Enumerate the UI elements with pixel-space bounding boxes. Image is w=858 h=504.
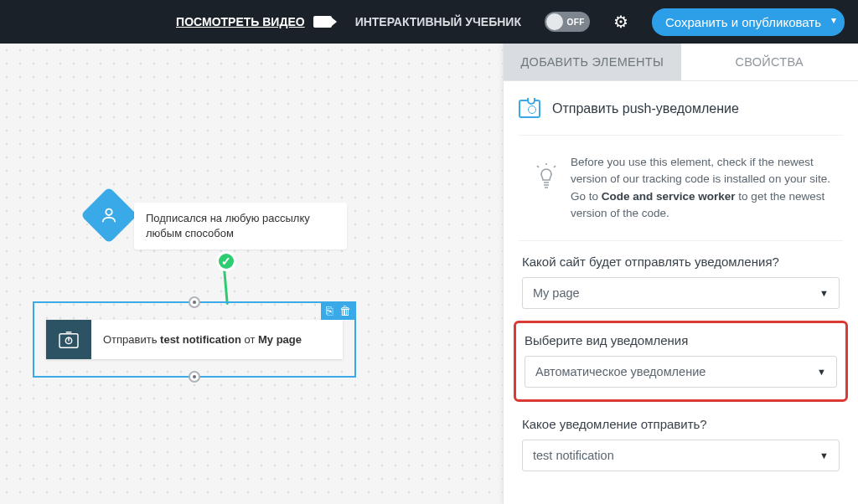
trigger-diamond-icon[interactable] [80, 187, 137, 244]
site-select[interactable]: My page ▼ [522, 277, 840, 309]
info-block: Before you use this element, check if th… [519, 136, 843, 241]
duplicate-icon[interactable]: ⎘ [326, 304, 333, 317]
panel-body: Отправить push-уведомление Before you us… [504, 81, 858, 486]
lightbulb-icon [535, 154, 557, 222]
tutorial-label: ИНТЕРАКТИВНЫЙ УЧЕБНИК [355, 15, 521, 28]
node-port-bottom[interactable] [189, 371, 200, 383]
selected-node-wrapper: ⎘ 🗑 Отправить test notification от My pa… [33, 301, 356, 378]
panel-title-row: Отправить push-уведомление [519, 100, 843, 136]
notif-value: test notification [533, 449, 614, 462]
panel-tabs: ДОБАВИТЬ ЭЛЕМЕНТЫ СВОЙСТВА [504, 44, 858, 81]
push-notification-icon [46, 320, 91, 359]
panel-title-text: Отправить push-уведомление [552, 101, 739, 116]
field-site: Какой сайт будет отправлять уведомления?… [519, 241, 843, 316]
chevron-down-icon: ▼ [819, 288, 829, 298]
notif-label: Какое уведомление отправить? [522, 417, 840, 431]
type-value: Автоматическое уведомление [535, 365, 706, 378]
trigger-node[interactable]: Подписался на любую рассылку любым спосо… [134, 203, 347, 249]
action-node-text: Отправить test notification от My page [91, 320, 343, 359]
action-node[interactable]: Отправить test notification от My page [46, 320, 343, 359]
watch-video-link[interactable]: ПОСМОТРЕТЬ ВИДЕО [176, 15, 332, 28]
settings-icon[interactable]: ⚙ [613, 12, 628, 32]
site-value: My page [533, 286, 580, 300]
connector-line [223, 270, 229, 305]
field-notification: Какое уведомление отправить? test notifi… [519, 404, 843, 478]
toggle-state: OFF [566, 18, 585, 27]
save-publish-button[interactable]: Сохранить и опубликовать [652, 8, 845, 36]
tab-properties[interactable]: СВОЙСТВА [681, 44, 859, 80]
tutorial-toggle[interactable]: OFF [545, 12, 590, 32]
main-layout: Подписался на любую рассылку любым спосо… [0, 44, 858, 504]
site-label: Какой сайт будет отправлять уведомления? [522, 255, 840, 269]
properties-panel: ДОБАВИТЬ ЭЛЕМЕНТЫ СВОЙСТВА Отправить pus… [503, 44, 858, 504]
checkmark-icon: ✓ [216, 251, 236, 271]
flow-canvas[interactable]: Подписался на любую рассылку любым спосо… [0, 44, 503, 504]
top-bar: ПОСМОТРЕТЬ ВИДЕО ИНТЕРАКТИВНЫЙ УЧЕБНИК O… [0, 0, 858, 44]
chevron-down-icon: ▼ [817, 367, 826, 377]
delete-icon[interactable]: 🗑 [339, 304, 351, 317]
toggle-knob [546, 13, 563, 30]
highlighted-type-section: Выберите вид уведомления Автоматическое … [514, 321, 848, 402]
video-camera-icon [313, 16, 332, 28]
watch-video-label: ПОСМОТРЕТЬ ВИДЕО [176, 15, 305, 28]
trigger-text: Подписался на любую рассылку любым спосо… [146, 212, 310, 239]
info-text: Before you use this element, check if th… [571, 154, 838, 222]
push-title-icon [519, 100, 540, 118]
svg-point-0 [106, 209, 111, 215]
type-label: Выберите вид уведомления [525, 333, 837, 347]
node-port-top[interactable] [189, 296, 200, 308]
chevron-down-icon: ▼ [819, 450, 829, 460]
tab-add-elements[interactable]: ДОБАВИТЬ ЭЛЕМЕНТЫ [504, 44, 681, 80]
node-toolbar: ⎘ 🗑 [321, 301, 356, 320]
notif-select[interactable]: test notification ▼ [522, 440, 840, 471]
type-select[interactable]: Автоматическое уведомление ▼ [525, 356, 837, 388]
